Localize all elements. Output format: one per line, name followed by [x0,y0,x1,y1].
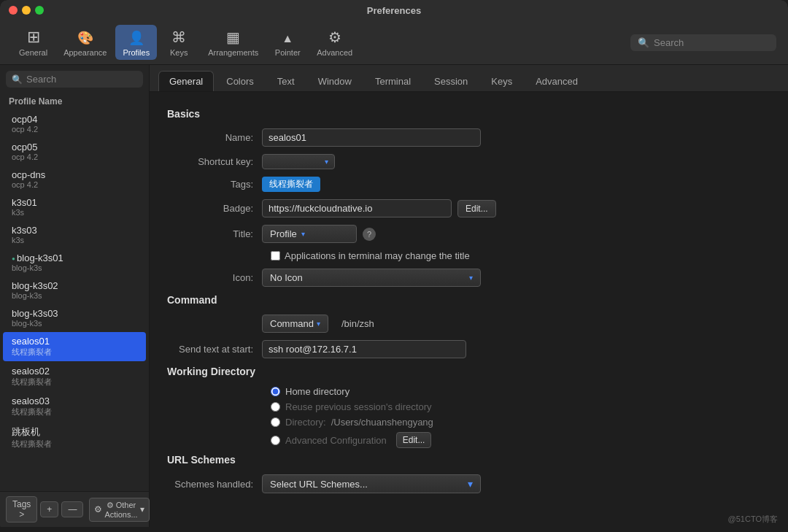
badge-edit-button[interactable]: Edit... [457,200,496,217]
advanced-config-edit-button[interactable]: Edit... [396,432,432,448]
profile-sub-sealos01: 线程撕裂者 [12,347,137,358]
apps-change-title-row: Applications in terminal may change the … [167,250,770,261]
toolbar-item-arrangements[interactable]: Arrangements [201,25,266,60]
toolbar-item-pointer[interactable]: Pointer [267,25,308,60]
shortcut-select[interactable]: ▾ [262,154,335,169]
remove-profile-button[interactable]: — [61,501,83,517]
name-input[interactable] [262,128,481,147]
url-schemes-row: Schemes handled: Select URL Schemes... ▾ [167,474,770,493]
cmd-path: /bin/zsh [341,318,374,329]
name-control [262,128,770,147]
profile-item-blog-k3s01[interactable]: blog-k3s01 blog-k3s [3,249,146,276]
search-icon: 🔍 [638,37,649,48]
maximize-button[interactable] [35,6,44,15]
toolbar-item-general[interactable]: General [12,25,55,60]
title-row: Title: Profile ▾ ? [167,225,770,243]
profile-name-blog-k3s01: blog-k3s01 [12,252,137,263]
radio-reuse-session-input[interactable] [271,402,280,412]
toolbar-search[interactable]: 🔍 [630,34,776,51]
add-profile-button[interactable]: + [40,501,58,517]
profile-name-blog-k3s03: blog-k3s03 [12,308,137,319]
radio-advanced-config-label: Advanced Configuration [285,435,387,446]
toolbar-item-profiles[interactable]: Profiles [115,25,157,60]
icon-select[interactable]: No Icon ▾ [262,269,481,287]
profile-item-sealos01[interactable]: sealos01 线程撕裂者 [3,332,146,361]
tab-colors[interactable]: Colors [215,71,265,91]
apps-change-title-label: Applications in terminal may change the … [285,250,470,261]
toolbar-item-advanced[interactable]: Advanced [309,25,360,60]
tab-general[interactable]: General [158,71,214,91]
schemes-control: Select URL Schemes... ▾ [262,474,770,493]
profile-item-ocp05[interactable]: ocp05 ocp 4.2 [3,138,146,165]
cmd-select[interactable]: Command ▾ [262,315,328,333]
sidebar-search-input[interactable] [26,74,137,85]
schemes-label: Schemes handled: [167,479,262,490]
shortcut-row: Shortcut key: ▾ [167,154,770,169]
keys-icon [171,28,186,47]
profile-item-sealos03[interactable]: sealos03 线程撕裂者 [3,392,146,421]
sidebar-search-icon: 🔍 [12,74,23,85]
radio-reuse-session: Reuse previous session's directory [271,401,770,412]
send-text-input[interactable] [262,340,466,358]
tab-keys[interactable]: Keys [480,71,523,91]
send-text-control [262,340,770,358]
profile-item-blog-k3s02[interactable]: blog-k3s02 blog-k3s [3,277,146,304]
tab-terminal[interactable]: Terminal [364,71,422,91]
badge-url-input[interactable] [262,199,452,217]
dir-path: /Users/chuanshengyang [331,417,433,428]
url-schemes-select[interactable]: Select URL Schemes... ▾ [262,474,481,493]
profile-sub-jumpbox: 线程撕裂者 [12,439,137,450]
profile-item-sealos02[interactable]: sealos02 线程撕裂者 [3,362,146,391]
tab-text[interactable]: Text [266,71,306,91]
radio-directory-input[interactable] [271,417,280,427]
other-actions-button[interactable]: ⚙ ⚙ Other Actions... ▾ [89,498,149,522]
title-help-button[interactable]: ? [363,228,376,241]
profile-sub-k3s03: k3s [12,236,137,244]
radio-directory-label: Directory: [285,417,326,428]
toolbar: General Appearance Profiles Keys Arrange… [0,20,788,65]
radio-advanced-config-input[interactable] [271,436,280,445]
send-text-label: Send text at start: [167,344,262,355]
tags-control: 线程撕裂者 [262,177,770,192]
search-input[interactable] [654,37,769,48]
toolbar-label-profiles: Profiles [123,48,150,57]
minimize-button[interactable] [22,6,31,15]
icon-label: Icon: [167,272,262,283]
profile-name-blog-k3s02: blog-k3s02 [12,280,137,291]
advanced-icon [328,28,341,47]
toolbar-label-appearance: Appearance [63,48,107,57]
other-actions-arrow: ▾ [140,504,144,514]
tag-badge: 线程撕裂者 [262,177,320,192]
toolbar-item-keys[interactable]: Keys [158,25,199,60]
radio-home-dir-input[interactable] [271,387,280,396]
apps-change-title-checkbox[interactable] [271,251,280,261]
tab-window[interactable]: Window [307,71,363,91]
close-button[interactable] [9,6,18,15]
name-row: Name: [167,128,770,147]
profile-item-k3s01[interactable]: k3s01 k3s [3,193,146,220]
sidebar-search-box[interactable]: 🔍 [6,71,143,88]
profile-sub-blog-k3s02: blog-k3s [12,291,137,300]
profile-item-ocp04[interactable]: ocp04 ocp 4.2 [3,110,146,137]
send-text-row: Send text at start: [167,340,770,358]
tab-advanced[interactable]: Advanced [525,71,589,91]
toolbar-item-appearance[interactable]: Appearance [56,25,114,60]
radio-advanced-config: Advanced Configuration Edit... [271,432,770,448]
title-select[interactable]: Profile ▾ [262,225,357,243]
tags-label: Tags: [167,179,262,190]
profile-sub-ocp05: ocp 4.2 [12,153,137,161]
profile-item-blog-k3s03[interactable]: blog-k3s03 blog-k3s [3,304,146,331]
profile-name-k3s03: k3s03 [12,225,137,236]
radio-home-dir-label: Home directory [285,386,349,397]
tab-session[interactable]: Session [423,71,479,91]
toolbar-label-general: General [19,48,47,57]
profile-item-ocp-dns[interactable]: ocp-dns ocp 4.2 [3,166,146,193]
radio-directory: Directory: /Users/chuanshengyang [271,417,770,428]
appearance-icon [77,28,93,47]
icon-arrow: ▾ [469,274,473,282]
profile-item-k3s03[interactable]: k3s03 k3s [3,221,146,248]
pointer-icon [282,28,293,47]
tags-button[interactable]: Tags > [6,496,37,523]
profile-item-jumpbox[interactable]: 跳板机 线程撕裂者 [3,422,146,453]
tabs-bar: General Colors Text Window Terminal Sess… [150,65,788,92]
